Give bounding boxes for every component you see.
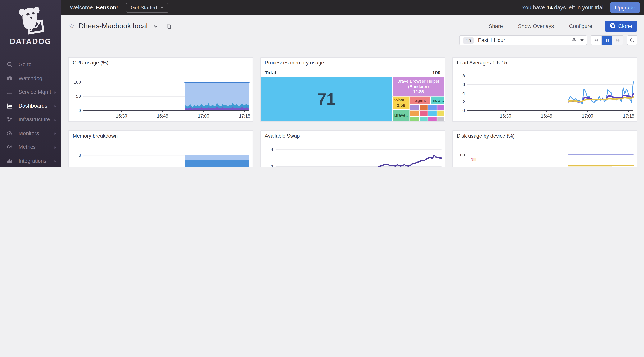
panel-cpu-usage: CPU usage (%)05010016:3016:4517:0017:15 <box>68 57 253 122</box>
show-overlays-button[interactable]: Show Overlays <box>515 23 554 29</box>
pin-icon[interactable] <box>571 38 577 43</box>
sidebar-item-dashboards[interactable]: Dashboards <box>0 99 61 112</box>
chevron-right-icon <box>54 116 57 123</box>
treemap-cell-label: What... <box>394 98 408 103</box>
svg-text:17:00: 17:00 <box>198 114 209 118</box>
treemap-cell[interactable]: agent <box>410 96 431 105</box>
upgrade-button[interactable]: Upgrade <box>610 2 640 13</box>
binoculars-icon <box>6 75 13 82</box>
svg-text:100: 100 <box>458 152 465 158</box>
panel-body[interactable]: 0246816:3016:4517:0017:15 <box>452 68 636 121</box>
rewind-button[interactable] <box>591 36 602 45</box>
clone-icon <box>610 23 615 29</box>
treemap-cell[interactable]: What...2.58 <box>392 96 410 109</box>
fast-forward-button[interactable] <box>612 36 623 45</box>
panel-body[interactable]: 02416:3016:4517:0017:15 <box>261 141 445 166</box>
chart-canvas[interactable]: 05010016:3016:4517:0017:15 <box>68 68 252 121</box>
treemap-cell-label: Brave.. <box>394 112 408 118</box>
svg-text:8: 8 <box>78 153 81 158</box>
treemap-cell-small <box>420 116 428 121</box>
action-label: Show Overlays <box>518 23 554 29</box>
panel-available-swap: Available Swap02416:3016:4517:0017:15 <box>260 130 445 166</box>
svg-text:0: 0 <box>78 108 81 113</box>
panel-title: Processes memory usage <box>261 58 445 68</box>
sidebar-item-label: Infrastructure <box>18 116 54 122</box>
playback-controls <box>590 35 623 45</box>
clone-button[interactable]: Clone <box>604 20 637 32</box>
treemap-cell-small <box>437 116 445 121</box>
treemap-right: Brave Browser Helper (Renderer)12.85What… <box>392 77 445 121</box>
zoom-out-button[interactable] <box>627 35 638 45</box>
treemap-cell-small <box>410 116 420 121</box>
panel-body[interactable]: 05010016:3016:4517:0017:15 <box>68 68 252 121</box>
treemap-total-label: Total <box>265 70 276 75</box>
time-range-label: Past 1 Hour <box>478 38 505 43</box>
svg-text:100: 100 <box>74 80 81 84</box>
treemap-cell-value: 2.58 <box>397 103 406 108</box>
svg-text:4: 4 <box>270 147 273 152</box>
treemap-cell-label: Brave Browser Helper (Renderer) <box>392 78 444 89</box>
treemap-cell[interactable]: mdw... <box>431 96 445 105</box>
sidebar-item-label: Integrations <box>18 158 54 164</box>
dashboards-icon <box>6 102 13 109</box>
sidebar-item-service-mgmt[interactable]: Service Mgmt <box>0 85 61 99</box>
datadog-logo[interactable]: DATADOG <box>0 0 61 46</box>
svg-text:16:30: 16:30 <box>116 114 127 118</box>
treemap-cell-small <box>428 105 437 111</box>
dashboard-grid: CPU usage (%)05010016:3016:4517:0017:15P… <box>61 57 644 166</box>
time-range-chevron-icon[interactable] <box>580 39 584 42</box>
share-button[interactable]: Share <box>486 23 503 29</box>
integrations-icon <box>6 158 13 164</box>
copy-title-icon[interactable] <box>166 23 172 29</box>
panel-processes-memory-usage: Processes memory usageTotal10071Brave Br… <box>260 57 445 122</box>
sidebar-item-go-to[interactable]: Go to... <box>0 58 61 71</box>
get-started-button[interactable]: Get Started <box>126 3 169 12</box>
panel-memory-breakdown: Memory breakdown04816:3016:4517:0017:15 <box>68 130 253 166</box>
svg-text:17:00: 17:00 <box>582 114 593 118</box>
sidebar-item-label: Service Mgmt <box>18 89 54 95</box>
sidebar: DATADOG Go to...WatchdogService MgmtDash… <box>0 0 61 166</box>
sidebar-item-metrics[interactable]: Metrics <box>0 140 61 154</box>
favorite-star-icon[interactable]: ☆ <box>68 22 74 30</box>
treemap-cell-small <box>428 116 437 121</box>
sidebar-item-label: Dashboards <box>18 102 54 109</box>
sidebar-item-infrastructure[interactable]: Infrastructure <box>0 112 61 126</box>
svg-text:16:30: 16:30 <box>500 114 511 118</box>
sidebar-item-integrations[interactable]: Integrations <box>0 154 61 166</box>
configure-button[interactable]: Configure <box>566 23 592 29</box>
dashboard-header: ☆ Dhees-Macbook.local ShareShow Overlays… <box>61 15 644 45</box>
treemap-main-value: 71 <box>317 89 336 109</box>
pause-button[interactable] <box>602 36 612 45</box>
sidebar-item-label: Watchdog <box>18 75 57 81</box>
service-mgmt-icon <box>6 88 13 95</box>
svg-text:17:15: 17:15 <box>239 114 250 118</box>
treemap-cell-value: 12.85 <box>413 89 424 95</box>
search-icon <box>6 61 13 68</box>
brand-wordmark: DATADOG <box>0 37 61 46</box>
sidebar-item-watchdog[interactable]: Watchdog <box>0 71 61 85</box>
sidebar-item-monitors[interactable]: Monitors <box>0 126 61 140</box>
treemap-cell-small <box>437 105 445 111</box>
chevron-right-icon <box>54 143 57 151</box>
treemap-cell-small <box>437 111 445 116</box>
svg-text:8: 8 <box>462 74 465 78</box>
chart-canvas[interactable]: 04816:3016:4517:0017:15 <box>68 141 252 166</box>
metrics-icon <box>6 144 13 150</box>
svg-text:16:45: 16:45 <box>157 114 168 118</box>
chart-canvas[interactable]: full05010016:3016:4517:0017:15 <box>452 141 636 166</box>
app-root: DATADOG Go to...WatchdogService MgmtDash… <box>0 0 644 166</box>
treemap-cell[interactable]: Brave Browser Helper (Renderer)12.85 <box>392 77 445 96</box>
treemap-area: 71Brave Browser Helper (Renderer)12.85Wh… <box>261 77 445 121</box>
dashboard-title: Dhees-Macbook.local <box>78 22 148 30</box>
chart-canvas[interactable]: 0246816:3016:4517:0017:15 <box>452 68 636 121</box>
chevron-down-icon <box>160 6 164 9</box>
time-range-selector[interactable]: 1h Past 1 Hour <box>459 35 588 45</box>
chart-canvas[interactable]: 02416:3016:4517:0017:15 <box>261 141 445 166</box>
title-chevron-down-icon[interactable] <box>153 24 158 28</box>
chevron-right-icon <box>54 157 57 164</box>
panel-body[interactable]: 04816:3016:4517:0017:15 <box>68 141 252 166</box>
treemap-cell[interactable]: Brave.. <box>392 109 410 121</box>
action-label: Configure <box>569 23 592 29</box>
panel-body[interactable]: full05010016:3016:4517:0017:15 <box>452 141 636 166</box>
treemap-cell-main[interactable]: 71 <box>261 77 392 121</box>
